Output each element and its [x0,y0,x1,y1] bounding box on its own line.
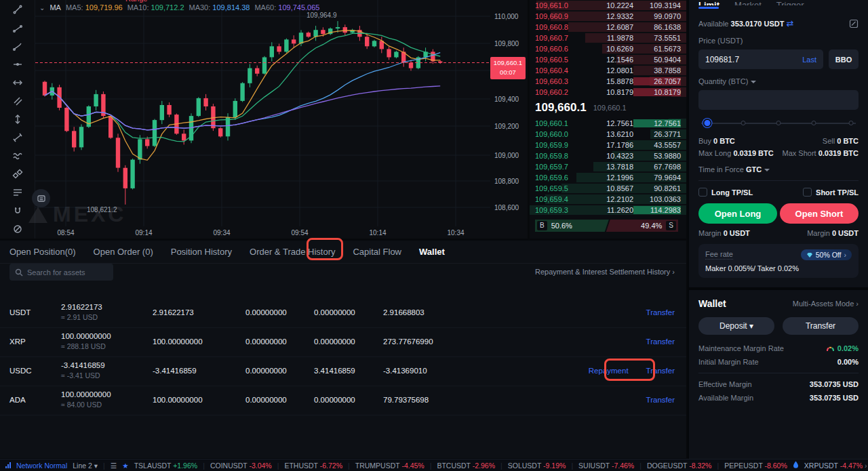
trend-line-icon[interactable] [10,4,25,15]
ticker-dogeusdt[interactable]: DOGEUSDT -8.32% [647,462,712,470]
quantity-unit-caret-icon[interactable] [751,81,756,83]
ticker-btcusdt[interactable]: BTCUSDT -2.96% [437,462,495,470]
orderbook-row[interactable]: 109,660.0 13.6210 26.3771 [530,129,686,140]
time-tick: 10:34 [447,229,464,237]
orderbook-mid[interactable]: 109,660.1 109,660.1 [530,98,686,118]
short-tpsl-option[interactable]: Short TP/SL [803,188,859,197]
orderbook-row[interactable]: 109,660.1 12.7561 12.7561 [530,118,686,129]
shapes-icon[interactable] [10,169,25,180]
brush-icon[interactable] [10,41,25,52]
tif-caret-icon[interactable] [764,169,770,171]
quantity-slider[interactable] [701,119,856,128]
long-tpsl-option[interactable]: Long TP/SL [698,188,753,197]
multi-assets-mode-link[interactable]: Multi-Assets Mode › [793,300,859,308]
tif-value[interactable]: GTC [746,165,762,173]
orderbook-row[interactable]: 109,661.0 10.2224 109.3194 [530,0,686,11]
orderbook-row[interactable]: 109,659.6 12.1996 79.9694 [530,172,686,183]
repayment-link[interactable]: Repayment [589,367,629,375]
trend-angle-icon[interactable] [10,22,25,33]
deposit-button[interactable]: Deposit ▾ [698,317,774,335]
chart-replay-button[interactable] [32,189,50,207]
horizontal-line-icon[interactable] [10,59,25,70]
measure-icon[interactable] [10,132,25,143]
order-tab-market[interactable]: Market [734,0,762,5]
ticker-suiusdt[interactable]: SUIUSDT -7.46% [578,462,634,470]
transfer-link[interactable]: Transfer [646,337,675,346]
vertical-arrows-icon[interactable] [10,114,25,125]
orderbook-row[interactable]: 109,659.3 11.2620 114.2983 [530,205,686,216]
orderbook-row[interactable]: 109,660.2 10.8179 10.8179 [530,87,686,98]
line-selector[interactable]: Line 2 ▾ [73,462,98,470]
ticker-trumpusdt[interactable]: TRUMPUSDT -4.45% [355,462,425,470]
open-long-button[interactable]: Open Long [698,203,777,224]
fee-discount-badge[interactable]: 50% Off › [801,249,852,260]
horizontal-arrows-icon[interactable] [10,77,25,88]
network-status[interactable]: Network Normal [16,462,67,470]
ob-total: 67.7698 [633,163,681,171]
tab-open-order-0[interactable]: Open Order (0) [94,247,153,257]
orderbook-row[interactable]: 109,660.3 15.8878 26.7057 [530,76,686,87]
ticker-coinusdt[interactable]: COINUSDT -3.04% [210,462,272,470]
quantity-input[interactable] [698,90,859,110]
magnet-icon[interactable] [10,205,25,216]
price-input[interactable]: 109681.7 Last [698,49,823,69]
orderbook-row[interactable]: 109,660.8 12.6087 86.1638 [530,22,686,33]
orderbook-row[interactable]: 109,659.5 10.8567 90.8261 [530,183,686,194]
bbo-button[interactable]: BBO [829,49,859,69]
transfer-swap-icon[interactable]: ⇄ [786,18,793,28]
orderbook-row[interactable]: 109,660.4 12.0801 38.7858 [530,65,686,76]
tif-row[interactable]: Time in Force GTC [698,165,859,173]
transfer-link[interactable]: Transfer [646,367,675,375]
tab-position-history[interactable]: Position History [171,247,232,257]
tab-wallet[interactable]: Wallet [419,247,445,257]
last-price-button[interactable]: Last [802,56,816,64]
ticker-solusdt[interactable]: SOLUSDT -9.19% [508,462,566,470]
ticker-ethusdt[interactable]: ETHUSDT -6.72% [284,462,342,470]
active-pair[interactable]: XRPUSDT -4.47% › [804,462,867,470]
hide-drawings-icon[interactable] [10,224,25,234]
indicator-label[interactable]: MA [50,3,61,12]
repayment-history-link[interactable]: Repayment & Interest Settlement History … [535,268,675,276]
lines-stack-icon[interactable] [10,187,25,198]
tab-order-trade-history[interactable]: Order & Trade History [250,247,335,257]
asset-search[interactable] [9,264,113,281]
chevron-down-icon[interactable]: ⌄ [39,4,45,12]
orderbook-row[interactable]: 109,659.4 12.2102 103.0363 [530,194,686,205]
parallel-channel-icon[interactable] [10,96,25,106]
ticker-tslausdt[interactable]: TSLAUSDT +1.96% [134,462,197,470]
orderbook-row[interactable]: 109,659.8 10.4323 53.9880 [530,150,686,161]
orderbook-row[interactable]: 109,660.9 12.9332 99.0970 [530,11,686,22]
orderbook-row[interactable]: 109,659.7 13.7818 67.7698 [530,161,686,172]
tab-capital-flow[interactable]: Capital Flow [353,247,401,257]
clipped-range-text: Range [125,0,147,3]
orderbook-row[interactable]: 109,660.5 12.1546 50.9404 [530,54,686,65]
slider-stop-75[interactable] [812,121,816,125]
order-tab-limit[interactable]: Limit [698,0,719,5]
search-input[interactable] [27,268,102,277]
long-tpsl-checkbox[interactable] [698,188,707,197]
candlestick-chart[interactable] [35,0,490,226]
slider-stop-100[interactable] [849,121,854,125]
orderbook-row[interactable]: 109,660.6 10.6269 61.5673 [530,43,686,54]
price-value[interactable]: 109681.7 [705,55,739,64]
slider-handle[interactable] [703,119,712,127]
wave-pattern-icon[interactable] [10,150,25,161]
slider-stop-50[interactable] [776,121,781,125]
favorite-star-icon[interactable]: ★ [122,462,128,470]
transfer-link[interactable]: Transfer [646,396,675,404]
short-tpsl-checkbox[interactable] [803,188,812,197]
available-margin-value: 353.0735 USD [810,394,859,402]
tab-open-position-0[interactable]: Open Position(0) [9,247,76,257]
ticker-pepeusdt[interactable]: PEPEUSDT -8.60% [724,462,787,470]
transfer-link[interactable]: Transfer [646,308,675,316]
calculator-icon[interactable] [849,19,859,28]
menu-icon[interactable]: ☰ [111,462,117,470]
open-short-button[interactable]: Open Short [780,203,859,224]
orderbook-row[interactable]: 109,660.7 11.9878 73.5551 [530,33,686,43]
transfer-button[interactable]: Transfer [783,317,859,335]
orderbook-row[interactable]: 109,659.9 17.1786 43.5557 [530,140,686,150]
slider-stop-25[interactable] [741,121,745,125]
last-price-tag: 109,660.1 00:07 [490,57,526,79]
high-annotation: 109,964.9 [307,12,337,19]
order-tab-trigger[interactable]: Trigger [776,0,804,5]
